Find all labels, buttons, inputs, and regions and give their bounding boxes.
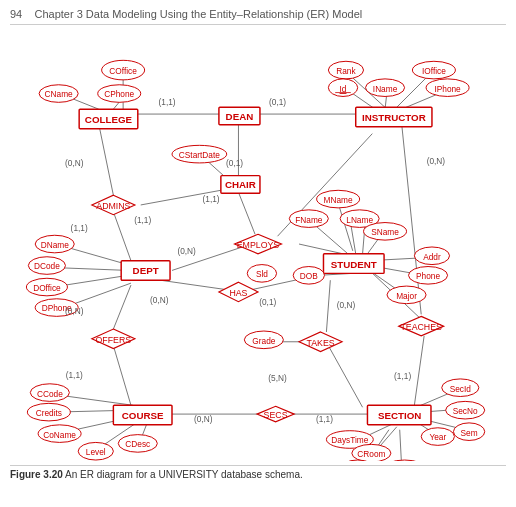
- svg-text:Addr: Addr: [423, 252, 441, 262]
- svg-line-35: [326, 280, 330, 332]
- svg-line-15: [113, 212, 131, 261]
- svg-text:DEAN: DEAN: [226, 111, 254, 122]
- svg-text:SecId: SecId: [450, 384, 472, 394]
- svg-line-48: [414, 336, 424, 405]
- svg-text:DOB: DOB: [300, 271, 318, 281]
- svg-text:DEPT: DEPT: [133, 265, 159, 276]
- svg-text:(0,N): (0,N): [177, 246, 196, 256]
- svg-text:SECS: SECS: [264, 410, 288, 420]
- svg-line-28: [299, 244, 343, 254]
- svg-text:CStartDate: CStartDate: [179, 150, 220, 160]
- svg-text:Level: Level: [86, 447, 106, 457]
- svg-text:IOffice: IOffice: [422, 66, 446, 76]
- svg-text:Credits: Credits: [36, 408, 62, 418]
- svg-text:Sld: Sld: [256, 269, 268, 279]
- svg-text:CDesc: CDesc: [125, 439, 150, 449]
- svg-text:(0,N): (0,N): [65, 158, 84, 168]
- svg-line-34: [113, 285, 131, 329]
- svg-text:CCode: CCode: [37, 389, 63, 399]
- svg-text:STUDENT: STUDENT: [331, 259, 377, 270]
- figure-number: Figure 3.20: [10, 469, 63, 480]
- svg-line-22: [160, 280, 228, 290]
- page-header: 94 Chapter 3 Data Modeling Using the Ent…: [10, 8, 506, 25]
- svg-text:DCode: DCode: [34, 261, 60, 271]
- figure-caption: Figure 3.20 An ER diagram for a UNIVERSI…: [10, 465, 506, 480]
- svg-text:HAS: HAS: [229, 288, 247, 298]
- svg-text:Major: Major: [396, 291, 417, 301]
- svg-text:SName: SName: [371, 227, 399, 237]
- svg-text:Phone: Phone: [416, 271, 440, 281]
- svg-text:(0,1): (0,1): [226, 158, 243, 168]
- svg-text:(0,1): (0,1): [259, 297, 276, 307]
- svg-text:SecNo: SecNo: [453, 406, 478, 416]
- svg-text:(1,1): (1,1): [203, 194, 220, 204]
- svg-text:(1,1): (1,1): [159, 97, 176, 107]
- page-number: 94: [10, 8, 22, 20]
- svg-text:INSTRUCTOR: INSTRUCTOR: [362, 112, 426, 123]
- svg-line-47: [328, 346, 362, 408]
- svg-point-158: [383, 460, 426, 461]
- svg-text:IName: IName: [373, 84, 398, 94]
- svg-text:(1,1): (1,1): [71, 223, 88, 233]
- svg-text:(0,N): (0,N): [194, 414, 213, 424]
- svg-line-13: [238, 192, 255, 234]
- er-diagram: COLLEGE DEAN INSTRUCTOR DEPT STUDENT COU…: [10, 31, 506, 461]
- svg-text:(1,1): (1,1): [66, 370, 83, 380]
- svg-text:COURSE: COURSE: [122, 410, 164, 421]
- diagram-container: COLLEGE DEAN INSTRUCTOR DEPT STUDENT COU…: [10, 31, 506, 461]
- svg-text:Rank: Rank: [336, 66, 356, 76]
- svg-line-56: [400, 430, 402, 461]
- svg-text:(0,1): (0,1): [269, 97, 286, 107]
- svg-text:TAKES: TAKES: [306, 338, 334, 348]
- svg-line-3: [99, 124, 114, 195]
- svg-text:(0,N): (0,N): [150, 295, 169, 305]
- svg-text:IPhone: IPhone: [434, 84, 461, 94]
- svg-text:SECTION: SECTION: [378, 410, 421, 421]
- svg-text:Year: Year: [429, 432, 446, 442]
- svg-text:Id: Id: [340, 84, 347, 94]
- svg-text:FName: FName: [295, 215, 323, 225]
- svg-text:(0,N): (0,N): [427, 156, 446, 166]
- svg-text:DName: DName: [41, 240, 70, 250]
- svg-text:TEACHES: TEACHES: [400, 322, 442, 332]
- svg-text:(1,1): (1,1): [134, 215, 151, 225]
- svg-text:(0,N): (0,N): [337, 300, 356, 310]
- svg-text:(1,1): (1,1): [316, 414, 333, 424]
- svg-text:CRoom: CRoom: [357, 449, 385, 459]
- svg-line-21: [66, 283, 131, 306]
- svg-text:LName: LName: [346, 215, 373, 225]
- svg-text:COLLEGE: COLLEGE: [85, 114, 133, 125]
- svg-text:(1,1): (1,1): [394, 371, 411, 381]
- svg-text:CName: CName: [45, 89, 74, 99]
- svg-text:MName: MName: [324, 195, 353, 205]
- chapter-title: Chapter 3 Data Modeling Using the Entity…: [34, 8, 362, 20]
- svg-text:(0,N): (0,N): [65, 306, 84, 316]
- svg-text:ADMINS: ADMINS: [96, 201, 130, 211]
- svg-text:EMPLOYS: EMPLOYS: [237, 240, 280, 250]
- svg-text:DaysTime: DaysTime: [331, 435, 368, 445]
- svg-text:CHAIR: CHAIR: [225, 179, 256, 190]
- svg-text:CoName: CoName: [43, 430, 76, 440]
- figure-caption-text: An ER diagram for a UNIVERSITY database …: [65, 469, 303, 480]
- svg-text:DOffice: DOffice: [33, 283, 61, 293]
- svg-text:OFFERS: OFFERS: [96, 335, 132, 345]
- svg-text:Grade: Grade: [252, 336, 275, 346]
- svg-text:COffice: COffice: [109, 66, 137, 76]
- svg-text:(5,N): (5,N): [268, 373, 287, 383]
- svg-text:CPhone: CPhone: [104, 89, 134, 99]
- svg-text:Sem: Sem: [461, 428, 478, 438]
- svg-line-39: [113, 346, 131, 406]
